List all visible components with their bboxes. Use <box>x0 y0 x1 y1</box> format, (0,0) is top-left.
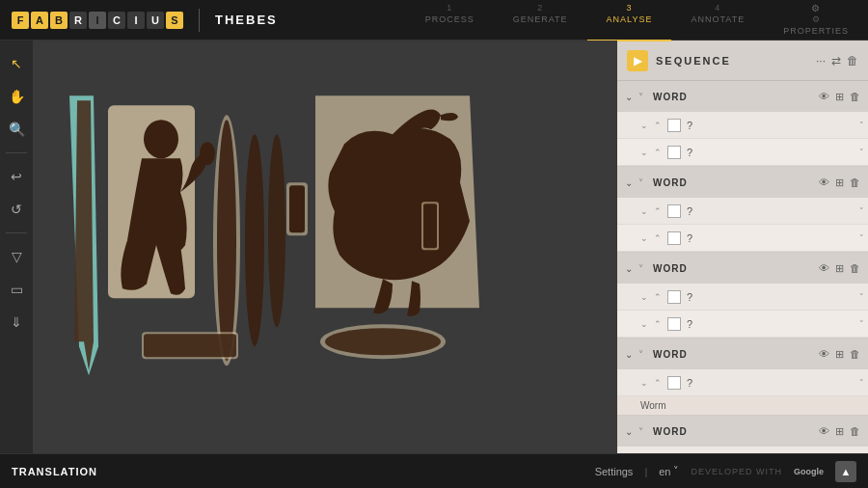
glyph-tall1 <box>213 115 240 366</box>
word-eye-icon-5[interactable]: 👁 <box>819 425 829 437</box>
word-trash-icon-3[interactable]: 🗑 <box>850 262 860 274</box>
glyph-up-1-2[interactable]: ⌃ <box>654 148 662 157</box>
glyph-dd-3-2[interactable]: ˅ <box>859 319 864 329</box>
glyph-chevron-2-1[interactable]: ⌄ <box>640 206 648 216</box>
tool-undo[interactable]: ↩ <box>3 163 30 190</box>
panel-more-icon[interactable]: ··· <box>816 54 826 68</box>
word-label-5: WORD <box>653 426 813 437</box>
glyph-dd-4-1[interactable]: ˅ <box>859 378 864 388</box>
word-label-2: WORD <box>653 177 813 188</box>
panel-arrow-icon[interactable]: ▶ <box>627 50 648 71</box>
glyph-text-4-1: ? <box>687 377 854 389</box>
canvas-area[interactable] <box>33 41 617 453</box>
word-eye-icon-4[interactable]: 👁 <box>819 348 829 360</box>
glyph-chevron-3-1[interactable]: ⌄ <box>640 292 648 302</box>
word-chevron-2[interactable]: ⌄ <box>625 177 633 188</box>
tool-redo[interactable]: ↺ <box>3 196 30 223</box>
panel-delete-icon[interactable]: 🗑 <box>847 54 858 68</box>
glyph-checkbox-1-2[interactable] <box>667 146 681 159</box>
glyph-dd-3-1[interactable]: ˅ <box>859 292 864 302</box>
glyph-chevron-2-2[interactable]: ⌄ <box>640 233 648 243</box>
glyph-chevron-1-1[interactable]: ⌄ <box>640 121 648 130</box>
glyph-dd-2-1[interactable]: ˅ <box>859 206 864 216</box>
glyph-narrow2 <box>268 134 285 327</box>
settings-button[interactable]: Settings <box>595 466 634 477</box>
nav-step-annotate[interactable]: 4 ANNOTATE <box>671 0 764 41</box>
glyph-dd-1-1[interactable]: ˅ <box>859 121 864 130</box>
glyph-narrow1 <box>245 134 264 346</box>
lang-divider: | <box>644 466 647 477</box>
word-grid-icon-4[interactable]: ⊞ <box>835 348 844 361</box>
word-chevron-4[interactable]: ⌄ <box>625 349 633 360</box>
glyph-checkbox-1-1[interactable] <box>667 119 681 132</box>
left-toolbar: ↖ ✋ 🔍 ↩ ↺ ▽ ▭ ⇓ <box>0 41 33 453</box>
glyph-up-1-1[interactable]: ⌃ <box>654 121 662 130</box>
glyph-chevron-1-2[interactable]: ⌄ <box>640 148 648 157</box>
word-expand-5[interactable]: ˅ <box>638 426 643 437</box>
glyph-up-3-1[interactable]: ⌃ <box>654 292 662 302</box>
glyph-chevron-3-2[interactable]: ⌄ <box>640 319 648 329</box>
word-label-1: WORD <box>653 92 813 102</box>
nav-step-analyse[interactable]: 3 ANALYSE <box>587 0 672 41</box>
glyph-up-3-2[interactable]: ⌃ <box>654 319 662 329</box>
word-expand-3[interactable]: ˅ <box>638 263 643 274</box>
word-chevron-5[interactable]: ⌄ <box>625 426 633 437</box>
word-label-4: WORD <box>653 349 813 360</box>
word-chevron-3[interactable]: ⌄ <box>625 263 633 274</box>
glyph-checkbox-4-1[interactable] <box>667 376 681 390</box>
tool-select[interactable]: ↖ <box>3 50 30 77</box>
glyph-up-4-1[interactable]: ⌃ <box>654 378 662 388</box>
word-expand-4[interactable]: ˅ <box>638 349 643 360</box>
nav-step-process[interactable]: 1 PROCESS <box>406 0 494 41</box>
glyph-up-2-1[interactable]: ⌃ <box>654 206 662 216</box>
glyph-row-2-1: ⌄ ⌃ ? ˅ <box>617 198 868 225</box>
glyph-small2 <box>421 202 439 250</box>
word-eye-icon-3[interactable]: 👁 <box>819 262 829 274</box>
glyph-dd-2-2[interactable]: ˅ <box>859 233 864 243</box>
glyph-up-2-2[interactable]: ⌃ <box>654 233 662 243</box>
glyph-text-1-1: ? <box>687 120 854 131</box>
logo-i2: I <box>127 12 145 29</box>
word-trash-icon-5[interactable]: 🗑 <box>850 425 860 437</box>
glyph-scribe <box>108 105 215 298</box>
worm-label: Worm <box>617 396 868 415</box>
language-selector[interactable]: en ˅ <box>659 465 679 477</box>
word-grid-icon-2[interactable]: ⊞ <box>835 176 844 189</box>
tool-download[interactable]: ⇓ <box>3 309 30 336</box>
glyph-dd-1-2[interactable]: ˅ <box>859 148 864 157</box>
tool-zoom[interactable]: 🔍 <box>3 116 30 143</box>
logo-r: R <box>69 12 87 29</box>
word-header-1: ⌄ ˅ WORD 👁 ⊞ 🗑 <box>617 81 868 112</box>
svg-rect-15 <box>423 203 437 248</box>
word-expand-2[interactable]: ˅ <box>638 177 643 188</box>
word-grid-icon-5[interactable]: ⊞ <box>835 425 844 438</box>
scroll-up-button[interactable]: ▲ <box>835 461 856 482</box>
word-label-3: WORD <box>653 263 813 274</box>
word-group-2: ⌄ ˅ WORD 👁 ⊞ 🗑 ⌄ ⌃ ? ˅ <box>617 167 868 253</box>
word-grid-icon-1[interactable]: ⊞ <box>835 91 844 103</box>
glyph-row-2-2: ⌄ ⌃ ? ˅ <box>617 225 868 252</box>
nav-step-generate[interactable]: 2 GENERATE <box>494 0 587 41</box>
word-chevron-1[interactable]: ⌄ <box>625 92 633 102</box>
word-expand-1[interactable]: ˅ <box>638 92 643 102</box>
logo-c: C <box>108 12 125 29</box>
tool-frame[interactable]: ▭ <box>3 276 30 303</box>
glyph-checkbox-2-2[interactable] <box>667 231 681 245</box>
glyph-checkbox-2-1[interactable] <box>667 204 681 218</box>
panel-share-icon[interactable]: ⇄ <box>831 54 841 68</box>
word-trash-icon-4[interactable]: 🗑 <box>850 348 860 360</box>
nav-step-properties[interactable]: ⚙ PROPERTIES <box>764 0 868 41</box>
tool-divider-2 <box>6 232 27 233</box>
glyph-chevron-4-1[interactable]: ⌄ <box>640 378 648 388</box>
tool-hand[interactable]: ✋ <box>3 83 30 110</box>
word-eye-icon-2[interactable]: 👁 <box>819 176 829 188</box>
sequence-list[interactable]: ⌄ ˅ WORD 👁 ⊞ 🗑 ⌄ ⌃ ? ˅ <box>617 81 868 453</box>
word-grid-icon-3[interactable]: ⊞ <box>835 262 844 275</box>
word-trash-icon-2[interactable]: 🗑 <box>850 176 860 188</box>
glyph-checkbox-3-1[interactable] <box>667 290 681 304</box>
word-eye-icon-1[interactable]: 👁 <box>819 91 829 102</box>
tool-shape[interactable]: ▽ <box>3 243 30 270</box>
word-header-3: ⌄ ˅ WORD 👁 ⊞ 🗑 <box>617 253 868 284</box>
glyph-checkbox-3-2[interactable] <box>667 317 681 331</box>
word-trash-icon-1[interactable]: 🗑 <box>850 91 860 102</box>
